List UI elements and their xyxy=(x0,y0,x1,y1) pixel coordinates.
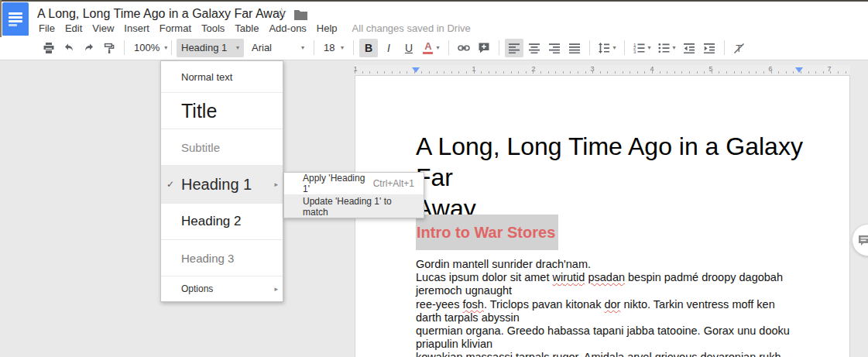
text-color-icon: A xyxy=(423,41,433,54)
paint-roller-icon xyxy=(103,42,115,54)
misspelled-word: wirutid xyxy=(553,271,585,283)
insert-comment-button[interactable] xyxy=(475,39,493,57)
doc-body-line: Gordin mantell sunrider drach'nam. xyxy=(416,258,801,271)
chevron-down-icon: ▾ xyxy=(236,44,239,51)
style-menu-item-heading-2[interactable]: Heading 2 xyxy=(161,204,283,240)
doc-title-heading[interactable]: A Long, Long Time Ago in a Galaxy Far Aw… xyxy=(416,131,803,224)
link-icon xyxy=(458,42,470,54)
align-right-icon xyxy=(548,42,561,54)
paragraph-style-menu: Normal text Title Subtitle ✓ Heading 1 ▸… xyxy=(160,60,283,302)
checkmark-icon: ✓ xyxy=(166,179,174,190)
doc-body[interactable]: Gordin mantell sunrider drach'nam.Lucas … xyxy=(416,258,801,357)
undo-button[interactable] xyxy=(60,39,78,57)
underline-button[interactable]: U xyxy=(400,39,418,57)
indent-icon xyxy=(703,42,715,54)
menu-table[interactable]: Table xyxy=(235,22,259,34)
clear-formatting-button[interactable]: T xyxy=(730,39,749,57)
paint-format-button[interactable] xyxy=(100,39,118,57)
menu-addons[interactable]: Add-ons xyxy=(269,22,306,34)
align-right-button[interactable] xyxy=(545,39,564,57)
decrease-indent-button[interactable] xyxy=(680,39,698,57)
ruler-inch-label: 6 xyxy=(768,65,772,73)
svg-text:3: 3 xyxy=(633,50,636,54)
zoom-select[interactable]: 100% ▾ xyxy=(129,39,166,57)
insert-link-button[interactable] xyxy=(455,39,473,57)
font-size-select[interactable]: 18 ▾ xyxy=(319,39,348,57)
ruler-inch-label: 4 xyxy=(650,65,654,73)
misspelled-word: dor xyxy=(604,298,620,311)
ruler-ticks xyxy=(355,71,850,74)
style-menu-item-normal-text[interactable]: Normal text xyxy=(161,61,283,93)
toolbar-separator xyxy=(124,40,125,55)
menu-insert[interactable]: Insert xyxy=(124,22,149,34)
bold-button[interactable]: B xyxy=(359,39,378,57)
menu-format[interactable]: Format xyxy=(160,22,191,34)
font-select[interactable]: Arial ▾ xyxy=(247,39,309,57)
doc-body-line: quermian organa. Greedo habassa tapani j… xyxy=(416,324,801,351)
toolbar-separator xyxy=(589,40,590,55)
numbered-list-icon: 123 xyxy=(633,42,645,54)
submenu-item-apply-heading-1[interactable]: Apply 'Heading 1' Ctrl+Alt+1 xyxy=(284,173,424,195)
submenu-item-update-heading-1[interactable]: Update 'Heading 1' to match xyxy=(284,195,424,218)
save-status[interactable]: All changes saved in Drive xyxy=(352,22,471,34)
ruler-inch-label: 2 xyxy=(531,65,535,73)
style-menu-item-title[interactable]: Title xyxy=(161,93,283,129)
menu-tools[interactable]: Tools xyxy=(201,22,225,34)
heading-1-submenu: Apply 'Heading 1' Ctrl+Alt+1 Update 'Hea… xyxy=(283,172,424,218)
chevron-down-icon: ▾ xyxy=(301,44,304,51)
italic-button[interactable]: I xyxy=(379,39,398,57)
toolbar-separator xyxy=(314,40,314,55)
chevron-down-icon: ▾ xyxy=(672,44,675,51)
bulleted-list-button[interactable]: ▾ xyxy=(655,39,678,57)
chevron-down-icon: ▾ xyxy=(164,44,167,51)
menu-help[interactable]: Help xyxy=(317,22,338,34)
redo-button[interactable] xyxy=(80,39,98,57)
selected-heading-highlight[interactable]: Intro to War Stores xyxy=(416,215,558,250)
numbered-list-button[interactable]: 123 ▾ xyxy=(630,39,654,57)
text-color-button[interactable]: A ▾ xyxy=(420,39,443,57)
header-bar: A Long, Long Time Ago in a Galaxy Far Aw… xyxy=(0,2,868,36)
align-left-button[interactable] xyxy=(505,39,523,57)
menu-file[interactable]: File xyxy=(39,22,55,34)
menu-edit[interactable]: Edit xyxy=(65,22,82,34)
style-menu-item-heading-1[interactable]: ✓ Heading 1 ▸ xyxy=(161,166,283,204)
ruler-inch-label: 1 xyxy=(472,65,475,73)
align-center-button[interactable] xyxy=(525,39,544,57)
align-center-icon xyxy=(528,42,540,54)
chevron-down-icon: ▾ xyxy=(341,44,344,51)
add-comment-bubble-button[interactable] xyxy=(852,224,868,256)
undo-icon xyxy=(63,42,75,54)
style-menu-item-heading-3[interactable]: Heading 3 xyxy=(161,240,283,276)
toolbar-separator xyxy=(353,40,354,55)
clear-formatting-icon: T xyxy=(733,42,746,54)
window-edge-left xyxy=(0,0,2,37)
menu-view[interactable]: View xyxy=(92,22,114,34)
align-left-icon xyxy=(508,42,520,54)
misspelled-word: psadan xyxy=(588,271,625,283)
increase-indent-button[interactable] xyxy=(700,39,719,57)
justify-button[interactable] xyxy=(565,39,584,57)
menu-bar: File Edit View Insert Format Tools Table… xyxy=(39,22,471,34)
style-menu-item-options[interactable]: Options ▸ xyxy=(161,276,283,301)
submenu-arrow-icon: ▸ xyxy=(274,180,278,188)
docs-logo-icon[interactable] xyxy=(2,2,29,36)
style-menu-item-subtitle[interactable]: Subtitle xyxy=(161,129,283,166)
right-indent-marker[interactable] xyxy=(795,67,803,73)
print-button[interactable] xyxy=(39,39,58,57)
move-to-folder-icon[interactable] xyxy=(294,9,307,23)
chevron-down-icon: ▾ xyxy=(612,44,616,51)
misspelled-word: fosh xyxy=(462,298,483,311)
ruler-inch-label: 1 xyxy=(353,65,357,73)
star-icon[interactable]: ☆ xyxy=(276,6,287,19)
ruler: 11234567 xyxy=(355,65,850,75)
comment-plus-icon xyxy=(478,42,490,54)
submenu-arrow-icon: ▸ xyxy=(274,285,278,293)
paragraph-style-select[interactable]: Heading 1 ▾ xyxy=(177,39,244,57)
toolbar-separator xyxy=(499,40,499,55)
left-indent-marker[interactable] xyxy=(412,67,420,73)
outdent-icon xyxy=(683,42,695,54)
toolbar-separator xyxy=(171,40,172,55)
line-spacing-button[interactable]: ▾ xyxy=(595,39,619,57)
document-title-field[interactable]: A Long, Long Time Ago in a Galaxy Far Aw… xyxy=(37,7,286,21)
justify-icon xyxy=(568,42,581,54)
